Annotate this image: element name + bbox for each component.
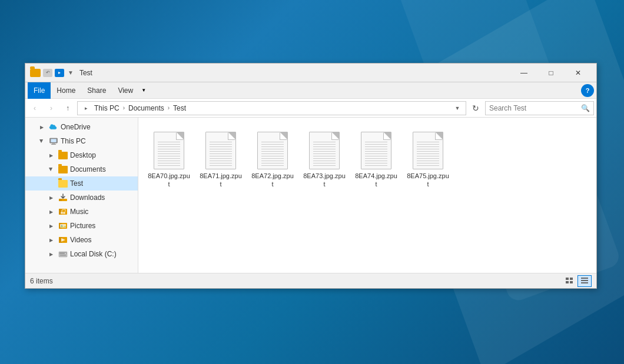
onedrive-expand: ▶ [37,122,47,132]
sidebar-item-localdisk[interactable]: ▶ Local Disk (C:) [25,247,138,261]
path-test[interactable]: Test [171,103,188,113]
sidebar-item-test[interactable]: Test [25,176,138,191]
close-button[interactable]: ✕ [565,64,592,82]
view-details-button[interactable] [562,275,576,287]
svg-rect-3 [51,144,56,145]
file-item-0[interactable]: 8EA70.jpg.zput [145,125,192,191]
documents-label: Documents [70,165,135,173]
details-view-icon [565,277,573,285]
search-button[interactable]: 🔍 [581,104,590,112]
pictures-icon [58,222,68,230]
file-name-0: 8EA70.jpg.zput [148,172,190,189]
path-sep-1: › [123,105,125,111]
sidebar-item-onedrive[interactable]: ▶ OneDrive [25,120,138,134]
file-name-2: 8EA72.jpg.zput [251,172,294,189]
desktop-label: Desktop [70,151,135,159]
onedrive-label: OneDrive [61,123,135,131]
file-name-4: 8EA74.jpg.zput [355,172,397,189]
file-item-3[interactable]: 8EA73.jpg.zput [301,125,348,191]
test-label: Test [70,179,135,188]
sidebar-item-thispc[interactable]: ▶ This PC [25,134,138,148]
file-explorer-window: ↶ ▸ ▼ Test — □ ✕ File Home Share View ▼ … [25,63,597,289]
music-icon [58,208,68,216]
sidebar-item-music[interactable]: ▶ Music [25,205,138,219]
desktop-expand: ▶ [47,151,56,160]
thispc-icon [49,138,58,145]
minimize-button[interactable]: — [510,64,537,82]
videos-expand: ▶ [47,235,56,245]
file-item-5[interactable]: 8EA75.jpg.zput [404,125,452,191]
svg-rect-25 [581,278,588,279]
address-path[interactable]: ▸ This PC › Documents › Test ▼ [77,101,466,115]
path-this-pc[interactable]: This PC [92,103,122,113]
path-dropdown-chevron[interactable]: ▼ [453,101,462,115]
svg-rect-1 [51,139,56,142]
help-button[interactable]: ? [581,84,594,97]
doc-icon-1 [205,132,236,169]
menu-share[interactable]: Share [81,82,112,99]
status-bar: 6 items [25,273,596,288]
item-count: 6 items [30,277,562,285]
doc-icon-4 [361,132,391,169]
downloads-label: Downloads [70,193,135,202]
menu-home[interactable]: Home [51,82,81,99]
maximize-button[interactable]: □ [537,64,565,82]
main-content: ▶ OneDrive ▶ This PC ▶ [25,118,596,273]
file-name-3: 8EA73.jpg.zput [303,172,346,189]
path-start-chevron[interactable]: ▸ [81,101,91,115]
svg-rect-22 [570,278,573,280]
view-icons-button[interactable] [577,275,592,287]
documents-folder-icon [58,166,68,173]
menu-bar: File Home Share View ▼ ? [25,82,596,99]
menu-file[interactable]: File [28,82,51,99]
sidebar-item-documents[interactable]: ▶ Documents [25,162,138,176]
svg-rect-2 [52,143,55,143]
svg-rect-27 [581,282,588,283]
file-icon-3 [307,127,342,169]
window-folder-icon [30,69,41,77]
file-item-4[interactable]: 8EA74.jpg.zput [353,125,400,191]
test-folder-icon [58,180,68,188]
file-icon-2 [255,127,290,169]
search-box[interactable]: 🔍 [485,101,594,115]
disk-icon [58,250,68,258]
menu-chevron: ▼ [141,88,146,93]
file-icon-4 [359,127,394,169]
path-documents[interactable]: Documents [126,103,167,113]
videos-label: Videos [70,236,135,244]
sidebar-item-desktop[interactable]: ▶ Desktop [25,148,138,162]
file-item-1[interactable]: 8EA71.jpg.zput [197,125,244,191]
music-expand: ▶ [47,207,56,216]
up-button[interactable]: ↑ [61,101,75,115]
file-name-5: 8EA75.jpg.zput [407,172,449,189]
svg-point-9 [63,212,65,214]
title-bar: ↶ ▸ ▼ Test — □ ✕ [25,64,596,82]
svg-rect-24 [570,281,573,283]
svg-rect-21 [566,278,569,280]
refresh-button[interactable]: ↻ [469,101,483,115]
doc-icon-5 [413,132,443,169]
onedrive-icon [49,123,58,131]
file-item-2[interactable]: 8EA72.jpg.zput [249,125,296,191]
thispc-expand: ▶ [37,136,47,146]
sidebar: ▶ OneDrive ▶ This PC ▶ [25,118,138,273]
doc-icon-2 [257,132,288,169]
icons-view-icon [580,277,589,285]
pictures-expand: ▶ [47,221,56,231]
doc-icon-0 [154,132,184,169]
back-button[interactable]: ‹ [28,101,42,115]
localdisk-expand: ▶ [47,249,56,259]
file-name-1: 8EA71.jpg.zput [200,172,242,189]
window-controls: — □ ✕ [510,64,592,82]
window-icon-1: ↶ [43,69,52,77]
search-input[interactable] [489,104,581,112]
sidebar-item-downloads[interactable]: ▶ Downloads [25,191,138,205]
path-sep-2: › [168,105,170,111]
sidebar-item-videos[interactable]: ▶ Videos [25,233,138,247]
sidebar-item-pictures[interactable]: ▶ Pictures [25,219,138,233]
menu-view[interactable]: View [112,82,139,99]
forward-button[interactable]: › [44,101,58,115]
svg-rect-12 [60,224,66,228]
svg-point-20 [65,253,66,254]
svg-rect-26 [581,280,588,281]
